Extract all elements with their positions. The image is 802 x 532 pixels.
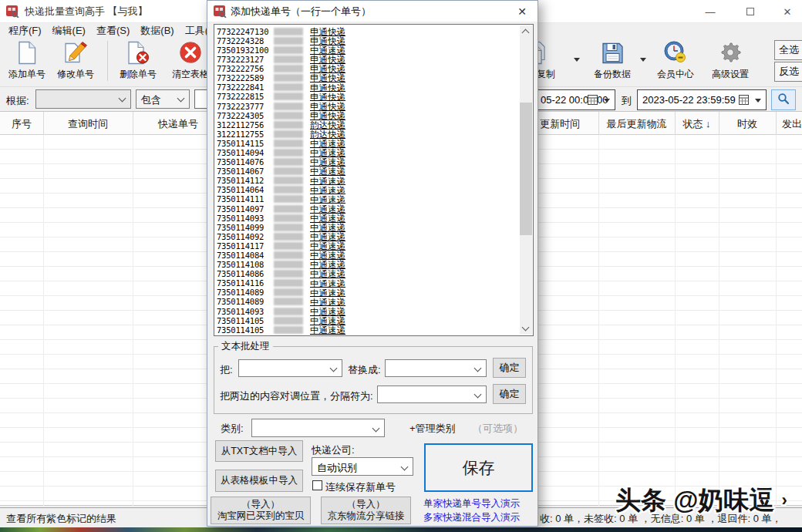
scroll-up-icon[interactable] bbox=[522, 29, 530, 37]
tracking-row: 7350114116中通速递 bbox=[217, 278, 519, 288]
match-mode-combobox[interactable]: 包含 bbox=[136, 89, 190, 109]
tracking-number: 7350114093 bbox=[217, 214, 274, 223]
backup-dropdown-arrow-icon[interactable] bbox=[640, 58, 646, 62]
table-gridline bbox=[133, 135, 133, 506]
tracking-number: 7732223777 bbox=[217, 102, 274, 111]
maximize-button[interactable] bbox=[734, 0, 767, 23]
tracking-row: 7350114093中通速递 bbox=[217, 213, 519, 222]
category-combobox[interactable] bbox=[251, 419, 385, 437]
courier-company-combobox[interactable]: 自动识别 bbox=[312, 457, 413, 476]
column-header-query-time[interactable]: 查询时间 bbox=[43, 112, 133, 136]
minimize-button[interactable]: — bbox=[694, 0, 726, 23]
tracking-number: 3122112755 bbox=[217, 130, 274, 139]
date-dropdown-arrow-icon[interactable] bbox=[755, 99, 761, 103]
advanced-settings-button[interactable]: 高级设置 bbox=[706, 39, 755, 83]
dialog-close-button[interactable]: ✕ bbox=[510, 1, 534, 22]
column-header-index[interactable]: 序号 bbox=[0, 112, 43, 136]
replace-to-combobox[interactable] bbox=[385, 359, 487, 377]
swap-separator-combobox[interactable] bbox=[377, 386, 487, 403]
status-left-text: 查看所有紫色标记的结果 bbox=[6, 512, 116, 526]
select-all-button[interactable]: 全选 bbox=[774, 40, 802, 60]
tracking-row: 73501932100中通速递 bbox=[217, 45, 519, 54]
calendar-icon[interactable] bbox=[588, 95, 598, 107]
courier-name: 中通速递 bbox=[310, 45, 345, 55]
text-batch-legend: 文本批处理 bbox=[218, 340, 273, 353]
courier-name: 中通速递 bbox=[310, 232, 345, 241]
menu-edit[interactable]: 编辑(E) bbox=[47, 23, 91, 38]
invert-select-button[interactable]: 反选 bbox=[774, 62, 802, 82]
courier-name: 中通速递 bbox=[310, 167, 345, 176]
invert-select-label: 反选 bbox=[779, 65, 799, 79]
close-button[interactable]: ✕ bbox=[771, 0, 802, 23]
delete-number-label: 删除单号 bbox=[120, 68, 157, 81]
chevron-down-icon bbox=[119, 95, 126, 103]
delete-number-button[interactable]: 删除单号 bbox=[113, 39, 163, 83]
tracking-number-textarea[interactable]: 77322247130申通快递 7732224328申通快递 735019321… bbox=[214, 24, 534, 336]
scrollbar-thumb[interactable] bbox=[520, 103, 532, 235]
courier-company-value: 自动识别 bbox=[317, 461, 357, 475]
add-tracking-dialog: 添加快递单号（一行一个单号） ✕ 77322247130申通快递 7732224… bbox=[207, 0, 538, 527]
continuous-save-checkbox[interactable] bbox=[312, 480, 322, 490]
import-txt-button[interactable]: 从TXT文档中导入 bbox=[215, 440, 303, 462]
courier-name: 中通速递 bbox=[310, 316, 345, 325]
manage-category-link[interactable]: +管理类别 bbox=[409, 422, 456, 436]
column-header-duration[interactable]: 时效 bbox=[719, 112, 776, 136]
maximize-icon bbox=[746, 8, 754, 15]
dialog-titlebar: 添加快递单号（一行一个单号） ✕ bbox=[207, 1, 537, 22]
column-header-origin[interactable]: 发出 bbox=[776, 112, 802, 136]
mixed-courier-demo-link[interactable]: 多家快递混合导入演示 bbox=[423, 511, 520, 524]
courier-name: 中通速递 bbox=[310, 288, 345, 297]
header-separator bbox=[675, 112, 676, 136]
import-taobao-button[interactable]: （导入） 淘宝网已买到的宝贝 bbox=[211, 497, 311, 524]
textarea-scrollbar[interactable] bbox=[520, 25, 532, 335]
tracking-number: 7350114105 bbox=[217, 316, 274, 325]
menu-data[interactable]: 数据(B) bbox=[135, 23, 179, 38]
blank-page-icon bbox=[16, 41, 38, 67]
censored-digits bbox=[274, 130, 303, 138]
courier-name: 中通速递 bbox=[310, 204, 345, 214]
tracking-row: 7350114112中通速递 bbox=[217, 176, 519, 185]
date-dropdown-arrow-icon[interactable] bbox=[604, 99, 610, 103]
tracking-number: 7732222756 bbox=[217, 64, 274, 73]
column-header-last-logistics[interactable]: 最后更新物流 bbox=[598, 112, 675, 136]
scroll-down-icon[interactable] bbox=[522, 324, 530, 332]
import-template-button[interactable]: 从表格模板中导入 bbox=[215, 470, 303, 492]
close-icon: ✕ bbox=[517, 5, 527, 18]
add-number-button[interactable]: 添加单号 bbox=[5, 39, 49, 83]
menu-view[interactable]: 查看(S) bbox=[91, 23, 135, 38]
column-header-status-sorted[interactable]: 状态 ↓ bbox=[675, 112, 719, 136]
import-jd-button[interactable]: （导入） 京东物流分享链接 bbox=[321, 497, 411, 524]
censored-digits bbox=[274, 74, 303, 82]
copy-dropdown-arrow-icon[interactable] bbox=[574, 58, 580, 62]
courier-company-label: 快递公司: bbox=[312, 443, 355, 457]
tracking-row: 3122112756韵达快递 bbox=[217, 120, 519, 129]
backup-data-button[interactable]: 备份数据 bbox=[586, 39, 639, 83]
tracking-row: 7732223777申通快递 bbox=[217, 101, 519, 110]
clear-table-label: 清空表格 bbox=[172, 68, 209, 81]
censored-digits bbox=[274, 205, 303, 213]
menu-program[interactable]: 程序(F) bbox=[3, 23, 47, 38]
tracking-number: 7350114105 bbox=[217, 325, 274, 335]
floppy-disk-icon bbox=[601, 41, 624, 67]
tracking-number: 7350114089 bbox=[217, 288, 274, 297]
search-button[interactable] bbox=[771, 89, 796, 110]
courier-name: 中通速递 bbox=[310, 148, 345, 157]
single-courier-demo-link[interactable]: 单家快递单号导入演示 bbox=[423, 497, 520, 510]
swap-ok-button[interactable]: 确定 bbox=[493, 384, 526, 404]
edit-number-button[interactable]: 修改单号 bbox=[51, 39, 100, 83]
courier-name: 申通快递 bbox=[310, 27, 345, 36]
tracking-number: 3122112756 bbox=[217, 120, 274, 130]
censored-digits bbox=[274, 149, 303, 157]
tracking-row: 3122112755韵达快递 bbox=[217, 129, 519, 138]
replace-from-combobox[interactable] bbox=[238, 359, 342, 377]
save-button[interactable]: 保存 bbox=[424, 443, 533, 492]
replace-ok-button[interactable]: 确定 bbox=[493, 358, 526, 378]
censored-digits bbox=[274, 37, 303, 45]
calendar-icon[interactable] bbox=[739, 95, 749, 107]
tracking-row: 7350114093中通速递 bbox=[217, 306, 519, 315]
column-header-update-time[interactable]: 更新时间 bbox=[540, 112, 580, 136]
tracking-number: 7732222589 bbox=[217, 73, 274, 82]
member-center-button[interactable]: 会员中心 bbox=[652, 39, 699, 83]
date-to-field[interactable]: 2023-05-22 23:59:59 bbox=[637, 89, 767, 110]
filter-field-combobox[interactable] bbox=[35, 89, 131, 109]
